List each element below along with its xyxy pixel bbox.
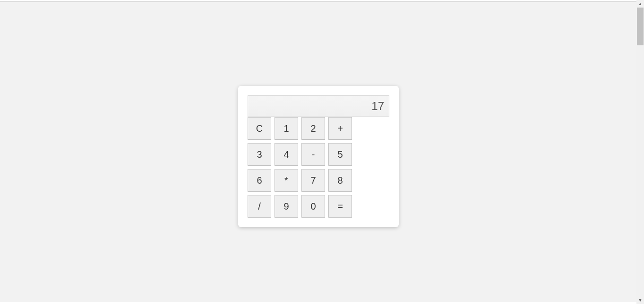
- digit-6-button[interactable]: 6: [248, 169, 271, 192]
- digit-9-button[interactable]: 9: [275, 195, 298, 218]
- digit-1-button[interactable]: 1: [275, 117, 298, 140]
- digit-8-button[interactable]: 8: [328, 169, 352, 192]
- vertical-scrollbar[interactable]: ▲ ▼: [636, 0, 644, 304]
- clear-button[interactable]: C: [248, 117, 271, 140]
- minus-button[interactable]: -: [301, 143, 325, 166]
- equals-button[interactable]: =: [328, 195, 352, 218]
- digit-5-button[interactable]: 5: [328, 143, 352, 166]
- digit-7-button[interactable]: 7: [301, 169, 325, 192]
- digit-2-button[interactable]: 2: [301, 117, 325, 140]
- calculator-panel: C 1 2 + 3 4 - 5 6 * 7 8 / 9 0 =: [238, 86, 399, 227]
- scroll-down-icon[interactable]: ▼: [636, 296, 644, 304]
- plus-button[interactable]: +: [328, 117, 352, 140]
- calculator-display[interactable]: [248, 95, 389, 117]
- digit-4-button[interactable]: 4: [275, 143, 298, 166]
- divide-button[interactable]: /: [248, 195, 271, 218]
- digit-3-button[interactable]: 3: [248, 143, 271, 166]
- calculator-keypad: C 1 2 + 3 4 - 5 6 * 7 8 / 9 0 =: [248, 117, 389, 218]
- page-background: C 1 2 + 3 4 - 5 6 * 7 8 / 9 0 =: [0, 2, 636, 302]
- scrollbar-thumb[interactable]: [637, 8, 644, 45]
- digit-0-button[interactable]: 0: [301, 195, 325, 218]
- multiply-button[interactable]: *: [275, 169, 298, 192]
- scroll-up-icon[interactable]: ▲: [636, 0, 644, 8]
